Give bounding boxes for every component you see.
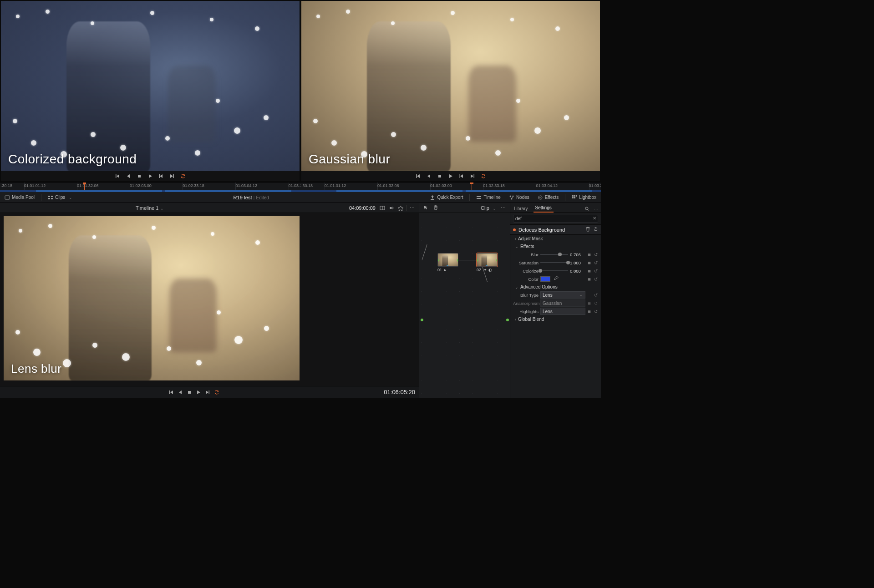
graph-input-port[interactable] <box>421 319 423 321</box>
clips-button[interactable]: Clips ⌄ <box>46 194 74 201</box>
ruler-left[interactable]: :30:1801:01:01:1201:01:32:0601:02:03:000… <box>0 182 300 190</box>
last-frame-icon[interactable] <box>469 173 476 179</box>
keyframe-icon[interactable]: ◆ <box>586 308 593 315</box>
effect-enable-toggle[interactable] <box>513 228 516 231</box>
keyframe-icon[interactable]: ◆ <box>586 276 593 283</box>
param-blur-type: Blur Type Lens⌄ ↺ <box>510 291 601 299</box>
prev-frame-icon[interactable] <box>125 173 132 179</box>
first-frame-icon[interactable] <box>415 173 421 179</box>
search-icon[interactable] <box>584 206 590 213</box>
stop-icon[interactable] <box>136 173 142 179</box>
reset-param-icon[interactable]: ↺ <box>594 252 598 257</box>
ruler-right[interactable]: :30:1801:01:01:1201:01:32:0601:02:03:000… <box>300 182 601 190</box>
timeline-ruler-row[interactable]: :30:1801:01:01:1201:01:32:0601:02:03:000… <box>0 182 601 190</box>
keyframe-icon[interactable]: ◆ <box>586 300 593 307</box>
prev-frame-icon[interactable] <box>426 173 432 179</box>
play-icon[interactable] <box>447 173 454 179</box>
blur-value[interactable]: 0.706 <box>570 252 585 257</box>
next-frame-icon[interactable] <box>458 173 465 179</box>
node-2-label: 02 ✦ ◐ <box>477 268 492 272</box>
keyframe-icon[interactable]: ◆ <box>586 259 593 266</box>
keyframe-icon[interactable]: ◆ <box>586 268 593 274</box>
tab-library[interactable]: Library <box>512 205 530 213</box>
lightbox-button[interactable]: Lightbox <box>570 194 598 201</box>
stop-icon[interactable] <box>186 389 193 395</box>
workspace-left: Timeline 1⌄ 04:09:00:09 ⋯ <box>0 203 419 398</box>
first-frame-icon[interactable] <box>114 173 121 179</box>
playhead[interactable] <box>472 182 472 190</box>
section-advanced[interactable]: ⌄Advanced Options <box>510 283 601 291</box>
quick-export-button[interactable]: Quick Export <box>428 194 465 201</box>
saturation-slider[interactable] <box>540 260 568 265</box>
ruler-timecode: 01:01:01:12 <box>325 183 346 188</box>
blur-slider[interactable] <box>540 252 568 257</box>
saturation-value[interactable]: 1.000 <box>570 260 585 265</box>
eyedropper-icon[interactable] <box>554 276 559 282</box>
viewer-right-frame[interactable]: Gaussian blur <box>301 1 600 171</box>
loop-icon[interactable] <box>480 173 487 179</box>
node-mode-selector[interactable]: Clip ⌄ <box>481 205 496 211</box>
trash-icon[interactable] <box>585 227 590 233</box>
prev-frame-icon[interactable] <box>177 389 183 395</box>
dropdown-option-gaussian[interactable]: Gaussian <box>540 299 585 307</box>
tab-settings[interactable]: Settings <box>534 204 554 213</box>
first-frame-icon[interactable] <box>168 389 174 395</box>
viewer-left-frame[interactable]: Colorized background <box>1 1 300 171</box>
split-screen-icon[interactable] <box>388 205 395 211</box>
section-adjust-mask[interactable]: ›Adjust Mask <box>510 235 601 243</box>
next-frame-icon[interactable] <box>158 173 164 179</box>
nodes-button[interactable]: Nodes <box>507 194 531 201</box>
hand-tool-icon[interactable] <box>433 205 438 211</box>
stop-icon[interactable] <box>437 173 443 179</box>
media-pool-button[interactable]: Media Pool <box>3 194 36 201</box>
reset-param-icon[interactable]: ↺ <box>594 269 598 274</box>
node-1[interactable] <box>437 253 458 267</box>
svg-line-26 <box>588 210 589 211</box>
timeline-selector[interactable]: Timeline 1⌄ <box>136 205 164 211</box>
param-saturation: Saturation 1.000 ◆ ↺ <box>510 259 601 267</box>
color-swatch[interactable] <box>540 276 550 282</box>
last-frame-icon[interactable] <box>204 389 211 395</box>
reset-param-icon[interactable]: ↺ <box>594 293 598 298</box>
reset-param-icon[interactable]: ↺ <box>594 277 598 282</box>
blur-type-select[interactable]: Lens⌄ <box>540 291 585 299</box>
section-effects[interactable]: ⌄Effects <box>510 243 601 250</box>
highlight-icon[interactable] <box>397 205 404 211</box>
reset-param-icon[interactable]: ↺ <box>594 301 598 306</box>
loop-icon[interactable] <box>213 389 220 395</box>
last-frame-icon[interactable] <box>169 173 175 179</box>
play-icon[interactable] <box>147 173 153 179</box>
viewer-timecode[interactable]: 04:09:00:09 <box>349 205 376 211</box>
inspector-options-icon[interactable]: ⋯ <box>594 207 599 213</box>
effects-button[interactable]: fx Effects <box>536 194 560 201</box>
svg-rect-15 <box>572 195 574 197</box>
section-global-blend[interactable]: ›Global Blend <box>510 315 601 323</box>
dropdown-option-lens[interactable]: Lens <box>540 308 585 315</box>
colorize-slider[interactable] <box>540 268 568 274</box>
reset-param-icon[interactable]: ↺ <box>594 309 598 314</box>
ruler-timecode: 01:03:35:06 <box>589 183 601 188</box>
effect-search-input[interactable] <box>513 215 598 223</box>
dual-viewer: Colorized background Gaussian blur <box>0 0 601 182</box>
arrow-tool-icon[interactable] <box>423 205 428 211</box>
color-workspace: Media Pool Clips ⌄ R19 test | Edited Qui… <box>0 192 601 398</box>
workspace-viewer[interactable]: Lens blur <box>0 213 419 386</box>
colorize-value[interactable]: 0.000 <box>570 269 585 274</box>
playhead[interactable] <box>84 182 85 190</box>
clear-search-icon[interactable]: ✕ <box>593 216 596 221</box>
reset-icon[interactable] <box>593 227 598 233</box>
play-icon[interactable] <box>195 389 202 395</box>
timeline-button[interactable]: Timeline <box>474 194 502 201</box>
project-status: Edited <box>256 195 269 200</box>
loop-icon[interactable] <box>180 173 186 179</box>
viewer-options-icon[interactable]: ⋯ <box>410 205 415 211</box>
inspector-panel: Library Settings ⋯ ✕ Defocus Background … <box>510 203 601 398</box>
node-graph[interactable]: 01 ▸ 02 ✦ ◐ <box>419 213 510 398</box>
reset-param-icon[interactable]: ↺ <box>594 260 598 265</box>
clip-bar[interactable] <box>0 190 601 192</box>
node-2[interactable] <box>477 253 498 267</box>
graph-output-port[interactable] <box>506 319 509 321</box>
node-options-icon[interactable]: ⋯ <box>501 205 506 211</box>
image-wipe-icon[interactable] <box>379 205 386 211</box>
keyframe-icon[interactable]: ◆ <box>586 251 593 258</box>
